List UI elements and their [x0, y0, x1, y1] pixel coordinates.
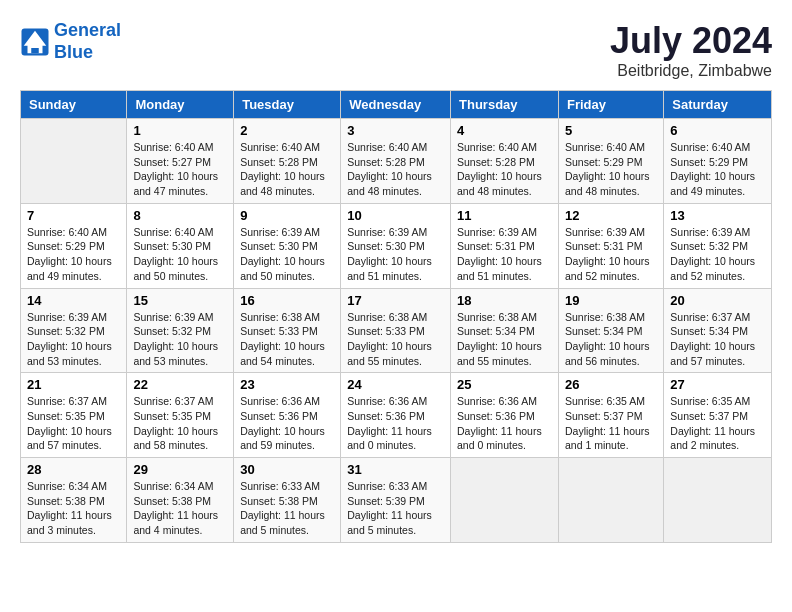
- day-number: 16: [240, 293, 334, 308]
- week-row-5: 28Sunrise: 6:34 AMSunset: 5:38 PMDayligh…: [21, 458, 772, 543]
- calendar-cell: 2Sunrise: 6:40 AMSunset: 5:28 PMDaylight…: [234, 119, 341, 204]
- day-number: 19: [565, 293, 657, 308]
- cell-content: Sunrise: 6:37 AMSunset: 5:35 PMDaylight:…: [27, 394, 120, 453]
- calendar-table: SundayMondayTuesdayWednesdayThursdayFrid…: [20, 90, 772, 543]
- cell-content: Sunrise: 6:37 AMSunset: 5:34 PMDaylight:…: [670, 310, 765, 369]
- cell-content: Sunrise: 6:40 AMSunset: 5:28 PMDaylight:…: [347, 140, 444, 199]
- column-header-thursday: Thursday: [451, 91, 559, 119]
- logo-line1: General: [54, 20, 121, 40]
- svg-rect-2: [31, 48, 39, 53]
- day-number: 9: [240, 208, 334, 223]
- cell-content: Sunrise: 6:40 AMSunset: 5:29 PMDaylight:…: [670, 140, 765, 199]
- day-number: 28: [27, 462, 120, 477]
- calendar-cell: 18Sunrise: 6:38 AMSunset: 5:34 PMDayligh…: [451, 288, 559, 373]
- cell-content: Sunrise: 6:38 AMSunset: 5:34 PMDaylight:…: [457, 310, 552, 369]
- calendar-cell: 9Sunrise: 6:39 AMSunset: 5:30 PMDaylight…: [234, 203, 341, 288]
- cell-content: Sunrise: 6:39 AMSunset: 5:32 PMDaylight:…: [27, 310, 120, 369]
- day-number: 14: [27, 293, 120, 308]
- calendar-cell: 22Sunrise: 6:37 AMSunset: 5:35 PMDayligh…: [127, 373, 234, 458]
- cell-content: Sunrise: 6:36 AMSunset: 5:36 PMDaylight:…: [240, 394, 334, 453]
- calendar-cell: 3Sunrise: 6:40 AMSunset: 5:28 PMDaylight…: [341, 119, 451, 204]
- day-number: 11: [457, 208, 552, 223]
- calendar-cell: 23Sunrise: 6:36 AMSunset: 5:36 PMDayligh…: [234, 373, 341, 458]
- calendar-cell: 13Sunrise: 6:39 AMSunset: 5:32 PMDayligh…: [664, 203, 772, 288]
- day-number: 8: [133, 208, 227, 223]
- column-header-tuesday: Tuesday: [234, 91, 341, 119]
- day-number: 3: [347, 123, 444, 138]
- calendar-cell: [558, 458, 663, 543]
- cell-content: Sunrise: 6:39 AMSunset: 5:30 PMDaylight:…: [347, 225, 444, 284]
- day-number: 30: [240, 462, 334, 477]
- cell-content: Sunrise: 6:35 AMSunset: 5:37 PMDaylight:…: [670, 394, 765, 453]
- week-row-3: 14Sunrise: 6:39 AMSunset: 5:32 PMDayligh…: [21, 288, 772, 373]
- logo-icon: [20, 27, 50, 57]
- day-number: 24: [347, 377, 444, 392]
- cell-content: Sunrise: 6:40 AMSunset: 5:28 PMDaylight:…: [240, 140, 334, 199]
- header-row: SundayMondayTuesdayWednesdayThursdayFrid…: [21, 91, 772, 119]
- day-number: 18: [457, 293, 552, 308]
- cell-content: Sunrise: 6:34 AMSunset: 5:38 PMDaylight:…: [27, 479, 120, 538]
- logo: General Blue: [20, 20, 121, 63]
- calendar-cell: [451, 458, 559, 543]
- month-title: July 2024: [610, 20, 772, 62]
- calendar-cell: 15Sunrise: 6:39 AMSunset: 5:32 PMDayligh…: [127, 288, 234, 373]
- calendar-cell: 27Sunrise: 6:35 AMSunset: 5:37 PMDayligh…: [664, 373, 772, 458]
- cell-content: Sunrise: 6:38 AMSunset: 5:33 PMDaylight:…: [240, 310, 334, 369]
- calendar-cell: 4Sunrise: 6:40 AMSunset: 5:28 PMDaylight…: [451, 119, 559, 204]
- day-number: 31: [347, 462, 444, 477]
- calendar-cell: 21Sunrise: 6:37 AMSunset: 5:35 PMDayligh…: [21, 373, 127, 458]
- cell-content: Sunrise: 6:39 AMSunset: 5:32 PMDaylight:…: [133, 310, 227, 369]
- cell-content: Sunrise: 6:40 AMSunset: 5:29 PMDaylight:…: [27, 225, 120, 284]
- calendar-cell: [664, 458, 772, 543]
- calendar-cell: 29Sunrise: 6:34 AMSunset: 5:38 PMDayligh…: [127, 458, 234, 543]
- calendar-cell: 24Sunrise: 6:36 AMSunset: 5:36 PMDayligh…: [341, 373, 451, 458]
- cell-content: Sunrise: 6:39 AMSunset: 5:32 PMDaylight:…: [670, 225, 765, 284]
- cell-content: Sunrise: 6:39 AMSunset: 5:30 PMDaylight:…: [240, 225, 334, 284]
- cell-content: Sunrise: 6:40 AMSunset: 5:27 PMDaylight:…: [133, 140, 227, 199]
- cell-content: Sunrise: 6:36 AMSunset: 5:36 PMDaylight:…: [347, 394, 444, 453]
- day-number: 12: [565, 208, 657, 223]
- calendar-cell: 7Sunrise: 6:40 AMSunset: 5:29 PMDaylight…: [21, 203, 127, 288]
- calendar-cell: 12Sunrise: 6:39 AMSunset: 5:31 PMDayligh…: [558, 203, 663, 288]
- calendar-cell: 10Sunrise: 6:39 AMSunset: 5:30 PMDayligh…: [341, 203, 451, 288]
- calendar-cell: 31Sunrise: 6:33 AMSunset: 5:39 PMDayligh…: [341, 458, 451, 543]
- cell-content: Sunrise: 6:40 AMSunset: 5:28 PMDaylight:…: [457, 140, 552, 199]
- calendar-cell: 17Sunrise: 6:38 AMSunset: 5:33 PMDayligh…: [341, 288, 451, 373]
- day-number: 21: [27, 377, 120, 392]
- column-header-monday: Monday: [127, 91, 234, 119]
- day-number: 22: [133, 377, 227, 392]
- day-number: 4: [457, 123, 552, 138]
- day-number: 25: [457, 377, 552, 392]
- cell-content: Sunrise: 6:36 AMSunset: 5:36 PMDaylight:…: [457, 394, 552, 453]
- page-header: General Blue July 2024 Beitbridge, Zimba…: [20, 20, 772, 80]
- cell-content: Sunrise: 6:35 AMSunset: 5:37 PMDaylight:…: [565, 394, 657, 453]
- day-number: 2: [240, 123, 334, 138]
- calendar-cell: 28Sunrise: 6:34 AMSunset: 5:38 PMDayligh…: [21, 458, 127, 543]
- cell-content: Sunrise: 6:39 AMSunset: 5:31 PMDaylight:…: [457, 225, 552, 284]
- day-number: 15: [133, 293, 227, 308]
- cell-content: Sunrise: 6:33 AMSunset: 5:38 PMDaylight:…: [240, 479, 334, 538]
- cell-content: Sunrise: 6:34 AMSunset: 5:38 PMDaylight:…: [133, 479, 227, 538]
- day-number: 26: [565, 377, 657, 392]
- cell-content: Sunrise: 6:39 AMSunset: 5:31 PMDaylight:…: [565, 225, 657, 284]
- calendar-cell: 14Sunrise: 6:39 AMSunset: 5:32 PMDayligh…: [21, 288, 127, 373]
- day-number: 29: [133, 462, 227, 477]
- calendar-cell: 1Sunrise: 6:40 AMSunset: 5:27 PMDaylight…: [127, 119, 234, 204]
- day-number: 13: [670, 208, 765, 223]
- week-row-1: 1Sunrise: 6:40 AMSunset: 5:27 PMDaylight…: [21, 119, 772, 204]
- cell-content: Sunrise: 6:37 AMSunset: 5:35 PMDaylight:…: [133, 394, 227, 453]
- day-number: 23: [240, 377, 334, 392]
- day-number: 27: [670, 377, 765, 392]
- calendar-cell: 19Sunrise: 6:38 AMSunset: 5:34 PMDayligh…: [558, 288, 663, 373]
- location: Beitbridge, Zimbabwe: [610, 62, 772, 80]
- cell-content: Sunrise: 6:33 AMSunset: 5:39 PMDaylight:…: [347, 479, 444, 538]
- calendar-cell: 20Sunrise: 6:37 AMSunset: 5:34 PMDayligh…: [664, 288, 772, 373]
- title-block: July 2024 Beitbridge, Zimbabwe: [610, 20, 772, 80]
- column-header-wednesday: Wednesday: [341, 91, 451, 119]
- calendar-cell: [21, 119, 127, 204]
- logo-line2: Blue: [54, 42, 93, 62]
- day-number: 10: [347, 208, 444, 223]
- cell-content: Sunrise: 6:40 AMSunset: 5:30 PMDaylight:…: [133, 225, 227, 284]
- calendar-cell: 26Sunrise: 6:35 AMSunset: 5:37 PMDayligh…: [558, 373, 663, 458]
- day-number: 20: [670, 293, 765, 308]
